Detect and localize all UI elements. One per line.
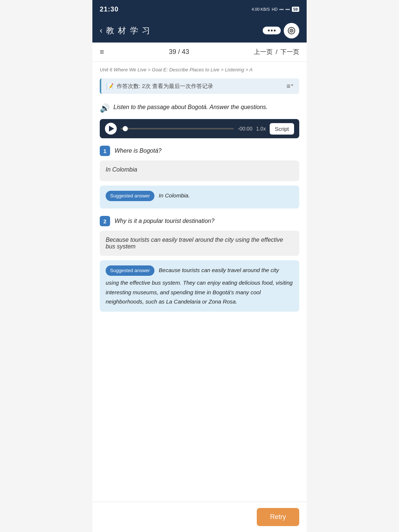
speed-button[interactable]: 1.0x xyxy=(256,126,266,132)
question-1-header: 1 Where is Bogotá? xyxy=(100,146,299,156)
nav-bar: ‹ 教 材 学 习 xyxy=(92,18,307,43)
question-2-answer: Because tourists can easily travel aroun… xyxy=(100,231,299,256)
camera-button[interactable] xyxy=(284,23,299,38)
answer-info-bar: 📝 作答次数: 2次 查看为最后一次作答记录 ≡⁺ xyxy=(100,78,299,94)
dot2 xyxy=(271,30,273,31)
dot1 xyxy=(268,30,270,31)
next-page-button[interactable]: 下一页 xyxy=(280,48,299,56)
battery-label: 59 xyxy=(292,7,299,12)
signal2-label: ▪▪▪ xyxy=(286,7,290,11)
page-count: 39 / 43 xyxy=(169,48,189,56)
status-bar: 21:30 4.00 KB/S HD ▪▪▪ ▪▪▪ 59 xyxy=(92,0,307,18)
question-block-1: 1 Where is Bogotá? In Colombia Suggested… xyxy=(100,146,299,209)
audio-icon: 🔊 xyxy=(100,104,110,113)
play-triangle-icon xyxy=(109,126,114,132)
time-display: -00:00 xyxy=(238,126,252,132)
instruction-row: 🔊 Listen to the passage about Bogotá. An… xyxy=(100,103,299,113)
question-1-answer: In Colombia xyxy=(100,160,299,181)
page-navigation: 上一页 / 下一页 xyxy=(254,48,299,56)
question-1-number: 1 xyxy=(100,146,110,156)
content-area: 🔊 Listen to the passage about Bogotá. An… xyxy=(92,97,307,502)
more-options-button[interactable] xyxy=(263,27,281,34)
prev-page-button[interactable]: 上一页 xyxy=(254,48,273,56)
dot3 xyxy=(274,30,276,31)
audio-player: -00:00 1.0x Script xyxy=(100,119,299,138)
breadcrumb: Unit 6 Where We Live > Goal E: Describe … xyxy=(92,62,307,75)
nav-title: 教 材 学 习 xyxy=(106,25,150,36)
question-1-text: Where is Bogotá? xyxy=(115,148,161,154)
question-1-suggested-box: Suggested answer In Colombia. xyxy=(100,186,299,209)
pagination-bar: ≡ 39 / 43 上一页 / 下一页 xyxy=(92,43,307,62)
progress-track[interactable] xyxy=(120,128,234,129)
question-2-header: 2 Why is it a popular tourist destinatio… xyxy=(100,216,299,226)
answer-info-icon: 📝 xyxy=(106,83,114,90)
question-2-text: Why is it a popular tourist destination? xyxy=(115,218,214,224)
question-2-number: 2 xyxy=(100,216,110,226)
nav-left: ‹ 教 材 学 习 xyxy=(100,25,151,36)
question-2-suggested-badge: Suggested answer xyxy=(106,265,154,276)
answer-record-button[interactable]: ≡⁺ xyxy=(286,82,294,90)
menu-icon[interactable]: ≡ xyxy=(100,48,104,56)
question-2-suggested-box: Suggested answer Because tourists can ea… xyxy=(100,260,299,312)
question-1-suggested-answer: In Colombia. xyxy=(159,192,190,199)
script-button[interactable]: Script xyxy=(270,123,294,135)
progress-thumb[interactable] xyxy=(123,126,128,131)
answer-info-text: 作答次数: 2次 查看为最后一次作答记录 xyxy=(117,83,213,90)
retry-button[interactable]: Retry xyxy=(257,508,299,526)
status-time: 21:30 xyxy=(100,6,119,13)
svg-point-2 xyxy=(291,30,292,31)
hd-label: HD xyxy=(272,7,277,11)
nav-right xyxy=(263,23,299,38)
data-speed-label: 4.00 KB/S xyxy=(252,7,270,11)
signal1-label: ▪▪▪ xyxy=(279,7,284,11)
instruction-text: Listen to the passage about Bogotá. Answ… xyxy=(113,103,267,112)
status-icons: 4.00 KB/S HD ▪▪▪ ▪▪▪ 59 xyxy=(252,7,299,12)
question-block-2: 2 Why is it a popular tourist destinatio… xyxy=(100,216,299,312)
answer-info-left: 📝 作答次数: 2次 查看为最后一次作答记录 xyxy=(106,83,213,90)
page-nav-slash: / xyxy=(276,48,277,56)
bottom-bar: Retry xyxy=(92,502,307,532)
question-1-suggested-badge: Suggested answer xyxy=(106,191,154,201)
play-button[interactable] xyxy=(105,123,117,135)
back-button[interactable]: ‹ xyxy=(100,26,102,35)
